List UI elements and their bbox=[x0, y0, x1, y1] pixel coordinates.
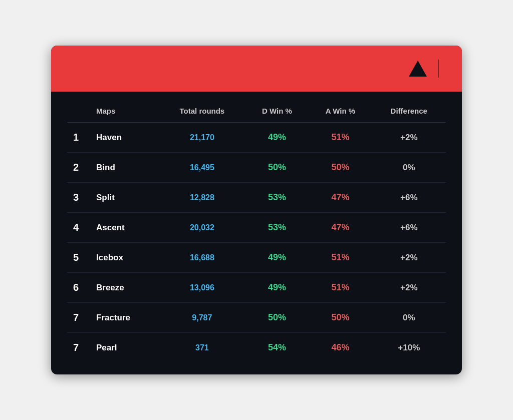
cell-map: Icebox bbox=[92, 243, 159, 273]
col-total-rounds: Total rounds bbox=[159, 100, 245, 123]
cell-dwin: 49% bbox=[245, 123, 309, 153]
cell-rank: 2 bbox=[67, 153, 92, 183]
col-dwin: D Win % bbox=[245, 100, 309, 123]
table-row: 6 Breeze 13,096 49% 51% +2% bbox=[67, 273, 446, 303]
cell-dwin: 50% bbox=[245, 153, 309, 183]
cell-dwin: 53% bbox=[245, 183, 309, 213]
cell-rounds: 12,828 bbox=[159, 183, 245, 213]
cell-diff: +2% bbox=[372, 123, 446, 153]
table-row: 7 Pearl 371 54% 46% +10% bbox=[67, 333, 446, 363]
cell-map: Breeze bbox=[92, 273, 159, 303]
cell-rounds: 20,032 bbox=[159, 213, 245, 243]
cell-awin: 47% bbox=[309, 213, 372, 243]
cell-diff: +6% bbox=[372, 213, 446, 243]
cell-awin: 46% bbox=[309, 333, 372, 363]
cell-map: Pearl bbox=[92, 333, 159, 363]
cell-rank: 1 bbox=[67, 123, 92, 153]
cell-awin: 51% bbox=[309, 243, 372, 273]
cell-diff: +6% bbox=[372, 183, 446, 213]
cell-awin: 47% bbox=[309, 183, 372, 213]
cell-awin: 51% bbox=[309, 123, 372, 153]
cell-dwin: 53% bbox=[245, 213, 309, 243]
win-rates-table: Maps Total rounds D Win % A Win % Differ… bbox=[67, 100, 446, 362]
table-container: Maps Total rounds D Win % A Win % Differ… bbox=[51, 92, 462, 374]
logo-area bbox=[409, 60, 446, 78]
table-row: 2 Bind 16,495 50% 50% 0% bbox=[67, 153, 446, 183]
cell-map: Haven bbox=[92, 123, 159, 153]
header bbox=[51, 46, 462, 92]
cell-diff: 0% bbox=[372, 153, 446, 183]
cell-rank: 5 bbox=[67, 243, 92, 273]
cell-rank: 6 bbox=[67, 273, 92, 303]
table-row: 1 Haven 21,170 49% 51% +2% bbox=[67, 123, 446, 153]
col-maps: Maps bbox=[92, 100, 159, 123]
table-row: 3 Split 12,828 53% 47% +6% bbox=[67, 183, 446, 213]
cell-rounds: 16,495 bbox=[159, 153, 245, 183]
col-awin: A Win % bbox=[309, 100, 372, 123]
logo-divider bbox=[438, 60, 439, 78]
cell-map: Fracture bbox=[92, 303, 159, 333]
abios-triangle-icon bbox=[409, 61, 427, 77]
cell-rounds: 21,170 bbox=[159, 123, 245, 153]
card: Maps Total rounds D Win % A Win % Differ… bbox=[51, 46, 462, 374]
table-row: 5 Icebox 16,688 49% 51% +2% bbox=[67, 243, 446, 273]
cell-diff: +2% bbox=[372, 243, 446, 273]
cell-rank: 7 bbox=[67, 303, 92, 333]
cell-rounds: 16,688 bbox=[159, 243, 245, 273]
cell-diff: +2% bbox=[372, 273, 446, 303]
table-row: 7 Fracture 9,787 50% 50% 0% bbox=[67, 303, 446, 333]
table-row: 4 Ascent 20,032 53% 47% +6% bbox=[67, 213, 446, 243]
cell-rounds: 371 bbox=[159, 333, 245, 363]
abios-logo bbox=[409, 61, 431, 77]
cell-map: Split bbox=[92, 183, 159, 213]
cell-rank: 4 bbox=[67, 213, 92, 243]
cell-rank: 7 bbox=[67, 333, 92, 363]
cell-rank: 3 bbox=[67, 183, 92, 213]
cell-diff: +10% bbox=[372, 333, 446, 363]
cell-rounds: 13,096 bbox=[159, 273, 245, 303]
col-rank bbox=[67, 100, 92, 123]
cell-map: Bind bbox=[92, 153, 159, 183]
cell-awin: 50% bbox=[309, 303, 372, 333]
cell-dwin: 49% bbox=[245, 243, 309, 273]
cell-diff: 0% bbox=[372, 303, 446, 333]
cell-dwin: 54% bbox=[245, 333, 309, 363]
cell-dwin: 49% bbox=[245, 273, 309, 303]
col-difference: Difference bbox=[372, 100, 446, 123]
table-header: Maps Total rounds D Win % A Win % Differ… bbox=[67, 100, 446, 123]
cell-dwin: 50% bbox=[245, 303, 309, 333]
cell-awin: 51% bbox=[309, 273, 372, 303]
cell-map: Ascent bbox=[92, 213, 159, 243]
cell-rounds: 9,787 bbox=[159, 303, 245, 333]
table-body: 1 Haven 21,170 49% 51% +2% 2 Bind 16,495… bbox=[67, 123, 446, 363]
cell-awin: 50% bbox=[309, 153, 372, 183]
